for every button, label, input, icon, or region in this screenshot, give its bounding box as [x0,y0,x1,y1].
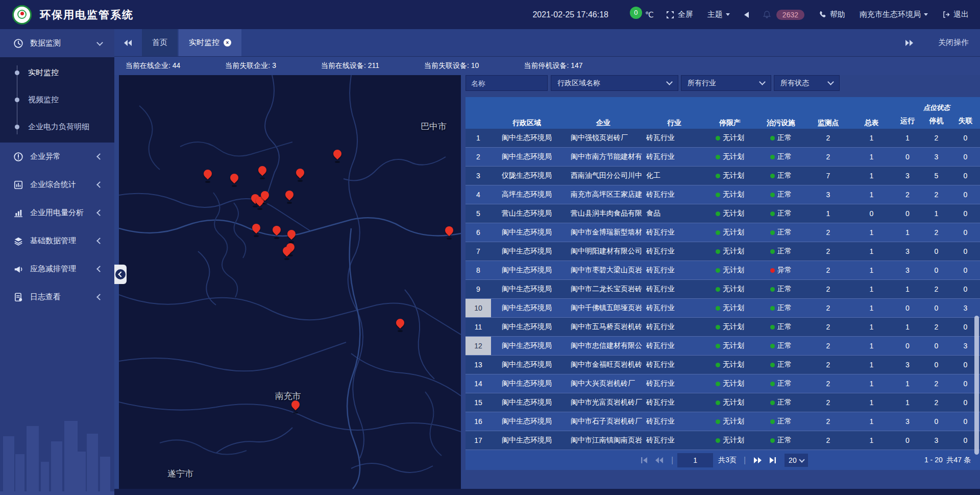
table-row[interactable]: 15阆中生态环境局阆中市光富页岩机砖厂砖瓦行业无计划正常21120 [465,393,980,412]
cell-pollution-control: 异常 [755,261,806,280]
cell-region: 阆中生态环境局 [491,261,562,280]
cell-limit-production: 无计划 [704,167,755,185]
status-select[interactable]: 所有状态 [774,75,840,91]
table-row[interactable]: 4高坪生态环境局南充市高坪区王家店建砖瓦行业无计划正常31220 [465,185,980,204]
map-marker-15[interactable] [282,247,291,259]
table-row[interactable]: 16阆中生态环境局阆中市石子页岩机砖厂砖瓦行业无计划正常21300 [465,412,980,431]
map-marker-9[interactable] [285,191,294,203]
last-page-button[interactable] [767,455,778,466]
map-marker-17[interactable] [291,400,300,413]
map-marker-13[interactable] [287,230,296,242]
table-row[interactable]: 1阆中生态环境局阆中强锐页岩砖厂砖瓦行业无计划正常21120 [465,129,980,148]
map-canvas[interactable]: 巴中市南充市遂宁市 [119,75,461,489]
sidebar-item-label: 数据监测 [30,38,61,48]
map-marker-1[interactable] [203,170,212,182]
green-status-dot-icon [770,230,775,235]
organization-dropdown[interactable]: 南充市生态环境局 [860,10,928,19]
table-row[interactable]: 11阆中生态环境局阆中市五马桥页岩机砖砖瓦行业无计划正常21120 [465,318,980,337]
map-marker-5[interactable] [333,150,342,162]
green-status-dot-icon [716,136,720,140]
theme-dropdown[interactable]: 主题 [707,10,730,19]
stat-value: 147 [571,61,582,69]
sidebar-item-日志查看[interactable]: 日志查看 [0,283,114,311]
cell-running: 1 [893,280,922,299]
tab-实时监控[interactable]: 实时监控 [179,29,241,56]
table-row[interactable]: 3仪陇生态环境局西南油气田分公司川中化工无计划正常71350 [465,167,980,185]
first-page-button[interactable] [639,455,650,466]
map-pin-icon [281,245,293,256]
sidebar-item-基础数据管理[interactable]: 基础数据管理 [0,227,114,255]
notifications-button[interactable]: 2632 [763,10,804,20]
cell-running: 0 [893,148,922,167]
cell-total-meter: 1 [850,299,893,318]
table-row[interactable]: 17阆中生态环境局阆中市江南镇阆南页岩砖瓦行业无计划正常21030 [465,431,980,450]
industry-select[interactable]: 所有行业 [681,75,771,91]
table-row[interactable]: 7阆中生态环境局阆中明阳建材有限公司砖瓦行业无计划正常21300 [465,242,980,261]
page-scrollbar-thumb[interactable] [974,316,979,455]
cell-total-meter: 1 [850,167,893,185]
pagination-bar: | 共3页 | 20 1 - 20 共47 条 [465,451,980,470]
map-marker-3[interactable] [258,166,267,178]
tab-首页[interactable]: 首页 [142,29,178,56]
logout-button[interactable]: 退出 [942,10,969,19]
sidebar-item-企业异常[interactable]: 企业异常 [0,143,114,171]
col-company: 企业 [562,97,644,129]
help-button[interactable]: 帮助 [819,10,845,19]
stat-value: 211 [368,61,379,69]
sidebar-subitem-实时监控[interactable]: 实时监控 [0,59,114,86]
table-row[interactable]: 2阆中生态环境局阆中市南方节能建材有砖瓦行业无计划正常21030 [465,148,980,167]
map-pin-icon [289,399,301,411]
name-search-input[interactable] [465,75,548,91]
sidebar-item-数据监测[interactable]: 数据监测 [0,29,114,57]
close-icon[interactable] [224,39,231,46]
map-marker-11[interactable] [252,224,261,236]
map-pin-icon [271,224,283,236]
table-row[interactable]: 9阆中生态环境局阆中市二龙长宝页岩砖砖瓦行业无计划正常21120 [465,280,980,299]
sidebar-subitem-企业电力负荷明细[interactable]: 企业电力负荷明细 [0,113,114,140]
sidebar-collapse-toggle[interactable] [114,265,127,284]
tab-scroll-right-button[interactable] [895,39,923,46]
cell-running: 2 [893,185,922,204]
cell-disconnected: 0 [951,185,980,204]
chevron-down-icon [726,13,730,16]
table-row[interactable]: 5营山生态环境局营山县润丰肉食品有限食品无计划正常10010 [465,204,980,223]
cell-limit-production: 无计划 [704,337,755,356]
chevron-left-icon [96,181,103,188]
table-row[interactable]: 8阆中生态环境局阆中市枣碧大梁山页岩砖瓦行业无计划异常21300 [465,261,980,280]
mute-button[interactable] [744,12,749,18]
cell-stopped: 2 [922,185,951,204]
cell-company: 阆中市金博瑞新型墙材 [562,223,644,242]
map-marker-12[interactable] [272,226,281,238]
sidebar-item-企业综合统计[interactable]: 企业综合统计 [0,171,114,199]
speaker-icon [744,12,749,18]
map-marker-16[interactable] [396,319,405,331]
sidebar-item-应急减排管理[interactable]: 应急减排管理 [0,255,114,283]
page-size-select[interactable]: 20 [785,454,808,467]
tab-scroll-left-button[interactable] [114,29,142,56]
page-number-input[interactable] [677,453,713,467]
map-marker-8[interactable] [260,191,270,203]
close-operations-button[interactable]: 关闭操作 [938,38,969,48]
sidebar-item-企业用电量分析[interactable]: 企业用电量分析 [0,199,114,227]
table-row[interactable]: 10阆中生态环境局阆中千佛镇五郎垭页岩砖瓦行业无计划正常21003 [465,299,980,318]
warning-circle-icon [13,152,23,162]
cell-region: 阆中生态环境局 [491,431,562,450]
cell-industry: 砖瓦行业 [644,261,704,280]
table-row[interactable]: 14阆中生态环境局阆中大兴页岩机砖厂砖瓦行业无计划正常21120 [465,374,980,393]
map-roads-layer [119,75,461,489]
map-marker-4[interactable] [296,169,305,181]
col-total-meter: 总表 [850,97,893,129]
map-marker-10[interactable] [445,226,454,239]
cell-region: 仪陇生态环境局 [491,167,562,185]
prev-page-button[interactable] [654,455,665,466]
region-select[interactable]: 行政区域名称 [551,75,678,91]
sidebar-subitem-视频监控[interactable]: 视频监控 [0,86,114,113]
fullscreen-button[interactable]: 全屏 [666,10,693,19]
record-range-label: 1 - 20 共47 条 [924,456,980,465]
map-marker-2[interactable] [230,174,239,186]
table-row[interactable]: 12阆中生态环境局阆中市忠信建材有限公砖瓦行业无计划正常21003 [465,337,980,356]
green-status-dot-icon [716,268,720,273]
next-page-button[interactable] [752,455,763,466]
table-row[interactable]: 6阆中生态环境局阆中市金博瑞新型墙材砖瓦行业无计划正常21120 [465,223,980,242]
table-row[interactable]: 13阆中生态环境局阆中市金福旺页岩机砖砖瓦行业无计划正常21300 [465,356,980,374]
